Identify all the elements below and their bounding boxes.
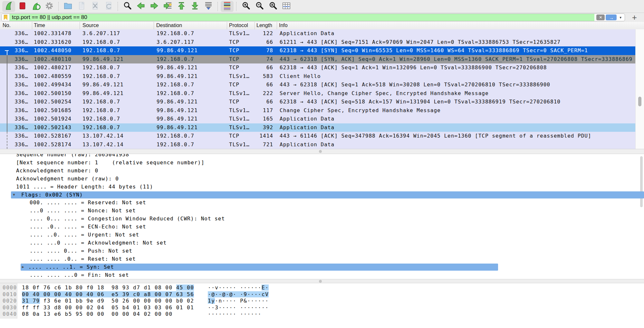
clear-filter-button[interactable]: ✕ xyxy=(596,14,605,20)
detail-text: .... ..0. .... = Urgent: Not set xyxy=(30,231,139,239)
column-header-info[interactable]: Info xyxy=(277,22,644,29)
packet-cell-info: Application Data xyxy=(280,115,635,123)
toolbar-separator xyxy=(118,2,118,11)
detail-tree-item[interactable]: .... .... ...0 = Fin: Not set xyxy=(0,271,644,279)
close-file-button[interactable] xyxy=(89,1,101,12)
detail-tree-item[interactable]: .... .... 0... = Push: Not set xyxy=(0,247,644,255)
packet-row[interactable]: 336…1002.331620192.168.0.73.6.207.117TCP… xyxy=(0,38,644,47)
packet-list-scrollbar-thumb[interactable] xyxy=(638,97,641,106)
detail-tree-item[interactable]: .... ..0. .... = Urgent: Not set xyxy=(0,231,644,239)
packet-cell-info: 443 → 62318 [SYN, ACK] Seq=0 Ack=1 Win=2… xyxy=(280,55,635,64)
previous-packet-button[interactable] xyxy=(134,1,147,12)
pane-splitter-bottom[interactable] xyxy=(0,279,644,283)
packet-cell-no: 336… xyxy=(0,38,28,47)
detail-tree-item[interactable]: Acknowledgment number (raw): 0 xyxy=(0,175,644,183)
hex-row[interactable]: 0030ff ff 33 d8 00 00 02 04 05 b4 01 03 … xyxy=(0,304,644,311)
column-header-time[interactable]: Time xyxy=(32,22,80,29)
packet-cell-info: Server Hello, Change Cipher Spec, Encryp… xyxy=(280,89,635,98)
packet-row[interactable]: 336…1002.501924192.168.0.799.86.49.121TL… xyxy=(0,115,644,123)
detail-tree-item[interactable]: 1011 .... = Header Length: 44 bytes (11) xyxy=(0,183,644,191)
packet-cell-protocol: TLSv1… xyxy=(229,140,255,149)
last-packet-button[interactable] xyxy=(188,1,201,12)
colorize-packets-icon xyxy=(222,1,232,12)
detail-tree-item[interactable]: ▼Flags: 0x002 (SYN) xyxy=(0,191,644,199)
column-header-destination[interactable]: Destination xyxy=(154,22,227,29)
zoom-out-button[interactable] xyxy=(253,1,266,12)
packet-cell-protocol: TLSv1… xyxy=(229,29,255,38)
open-file-button[interactable] xyxy=(62,1,74,12)
start-capture-button[interactable] xyxy=(2,1,15,12)
go-to-packet-button[interactable] xyxy=(161,1,174,12)
hex-row[interactable]: 004008 0a 13 e6 b5 95 00 00 00 00 04 02 … xyxy=(0,311,644,318)
detail-tree-item[interactable]: .... .... .0.. = Reset: Not set xyxy=(0,255,644,263)
stop-capture-button[interactable] xyxy=(16,1,29,12)
zoom-out-icon xyxy=(255,1,264,12)
packet-row[interactable]: 336…1002.500254192.168.0.799.86.49.121TC… xyxy=(0,98,644,106)
packet-row[interactable]: 336…1002.480217192.168.0.799.86.49.121TC… xyxy=(0,63,644,72)
zoom-in-button[interactable] xyxy=(239,1,252,12)
last-packet-icon xyxy=(190,1,200,12)
hex-row[interactable]: 000018 0f 76 c6 1b 80 f0 18 98 93 d7 d1 … xyxy=(0,285,644,291)
packet-row[interactable]: 336…1002.3314783.6.207.117192.168.0.7TLS… xyxy=(0,29,644,38)
add-filter-expression-button[interactable]: + xyxy=(632,13,637,22)
detail-tree-item[interactable]: Acknowledgment number: 0 xyxy=(0,167,644,175)
column-header-protocol[interactable]: Protocol xyxy=(227,22,255,29)
detail-text: Acknowledgment number (raw): 0 xyxy=(16,175,119,183)
display-filter-field[interactable]: tcp.port == 80 || udp.port == 80 ✕ → ▾ xyxy=(1,14,625,21)
packet-row[interactable]: 336…1002.50015099.86.49.121192.168.0.7TL… xyxy=(0,89,644,98)
bookmark-icon xyxy=(4,15,7,20)
packet-cell-destination: 99.86.49.121 xyxy=(157,72,226,81)
next-packet-button[interactable] xyxy=(148,1,161,12)
packet-row[interactable]: 336…1002.52816713.107.42.14192.168.0.7TC… xyxy=(0,132,644,140)
expand-icon[interactable]: ▶ xyxy=(22,263,24,271)
packet-cell-source: 99.86.49.121 xyxy=(82,81,153,89)
detail-tree-item[interactable]: .... 0... .... = Congestion Window Reduc… xyxy=(0,215,644,223)
auto-scroll-button[interactable] xyxy=(202,1,215,12)
filter-dropdown-caret[interactable]: ▾ xyxy=(620,15,621,20)
packet-row[interactable]: 336…1002.501685192.168.0.799.86.49.121TL… xyxy=(0,106,644,115)
packet-row[interactable]: 336…1002.49943499.86.49.121192.168.0.7TC… xyxy=(0,81,644,89)
restart-capture-button[interactable] xyxy=(29,1,42,12)
detail-tree-item[interactable]: .... ...0 .... = Acknowledgment: Not set xyxy=(0,239,644,247)
column-header-length[interactable]: Length xyxy=(255,22,277,29)
packet-cell-info: Change Cipher Spec, Encrypted Handshake … xyxy=(280,106,635,115)
packet-cell-protocol: TCP xyxy=(229,63,255,72)
filter-bookmark-button[interactable] xyxy=(2,14,9,21)
packet-row[interactable]: 336…1002.480559192.168.0.799.86.49.121TL… xyxy=(0,72,644,81)
packet-list-scrollbar[interactable] xyxy=(635,29,644,149)
colorize-packets-button[interactable] xyxy=(221,1,234,12)
column-header-source[interactable]: Source xyxy=(80,22,154,29)
detail-tree-item[interactable]: 000. .... .... = Reserved: Not set xyxy=(0,199,644,207)
hex-row[interactable]: 001000 40 00 00 40 00 40 06 e5 39 c0 a8 … xyxy=(0,291,644,298)
column-header-no[interactable]: No. xyxy=(0,22,32,29)
packet-cell-source: 99.86.49.121 xyxy=(82,89,153,98)
zoom-reset-button[interactable] xyxy=(266,1,279,12)
detail-tree-item[interactable]: .... .0.. .... = ECN-Echo: Not set xyxy=(0,223,644,231)
packet-row[interactable]: 336…1002.52817413.107.42.14192.168.0.7TL… xyxy=(0,140,644,149)
packet-cell-time: 1002.331478 xyxy=(34,29,79,38)
detail-tree-item[interactable]: [Next sequence number: 1 (relative seque… xyxy=(0,159,644,167)
detail-text: Acknowledgment number: 0 xyxy=(16,167,98,175)
capture-options-button[interactable] xyxy=(43,1,56,12)
collapse-icon[interactable]: ▼ xyxy=(13,191,15,199)
resize-columns-button[interactable] xyxy=(280,1,293,12)
packet-cell-no: 336… xyxy=(0,98,28,106)
hex-ascii: ··v····· ······E· xyxy=(208,285,269,291)
detail-tree-item[interactable]: ▶.... .... ..1. = Syn: Set xyxy=(0,263,644,271)
hex-row[interactable]: 002031 79 f3 6e 01 bb 9e d9 50 26 00 00 … xyxy=(0,298,644,304)
ascii-highlight: ·@··@·@· ·9····cV xyxy=(208,291,269,297)
packet-row[interactable]: 336…1002.502143192.168.0.799.86.49.121TL… xyxy=(0,123,644,132)
save-file-button[interactable] xyxy=(75,1,88,12)
pane-splitter-top[interactable] xyxy=(0,149,644,154)
packet-cell-protocol: TLSv1… xyxy=(229,72,255,81)
display-filter-input[interactable]: tcp.port == 80 || udp.port == 80 xyxy=(9,14,594,21)
apply-filter-button[interactable]: → xyxy=(606,14,617,20)
packet-row[interactable]: 336…1002.48011099.86.49.121192.168.0.7TC… xyxy=(0,55,644,64)
hex-offset: 0030 xyxy=(3,304,17,311)
find-packet-button[interactable] xyxy=(121,1,134,12)
reload-file-button[interactable] xyxy=(102,1,115,12)
packet-row[interactable]: 336…1002.448050192.168.0.799.86.49.121TC… xyxy=(0,46,644,55)
first-packet-button[interactable] xyxy=(175,1,188,12)
detail-tree-item[interactable]: ...0 .... .... = Nonce: Not set xyxy=(0,207,644,215)
detail-tree-item[interactable]: Sequence number (raw): 2665041958 xyxy=(0,154,644,159)
